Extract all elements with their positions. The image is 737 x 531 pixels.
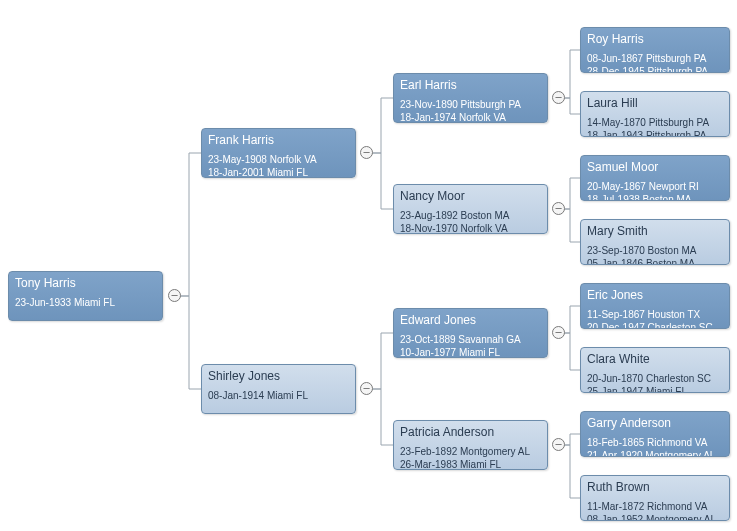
person-birth: 20-May-1867 Newport RI (587, 180, 723, 193)
person-name: Roy Harris (587, 32, 723, 46)
person-birth: 08-Jun-1867 Pittsburgh PA (587, 52, 723, 65)
person-birth: 11-Mar-1872 Richmond VA (587, 500, 723, 513)
person-name: Mary Smith (587, 224, 723, 238)
expand-toggle[interactable] (360, 382, 373, 395)
expand-toggle[interactable] (552, 438, 565, 451)
person-name: Shirley Jones (208, 369, 349, 383)
person-birth: 18-Feb-1865 Richmond VA (587, 436, 723, 449)
person-death: 10-Jan-1977 Miami FL (400, 346, 541, 358)
person-birth: 08-Jan-1914 Miami FL (208, 389, 349, 402)
person-birth: 23-Sep-1870 Boston MA (587, 244, 723, 257)
person-shirley-jones[interactable]: Shirley Jones 08-Jan-1914 Miami FL (201, 364, 356, 414)
person-patricia-anderson[interactable]: Patricia Anderson 23-Feb-1892 Montgomery… (393, 420, 548, 470)
person-death: 18-Nov-1970 Norfolk VA (400, 222, 541, 234)
person-birth: 14-May-1870 Pittsburgh PA (587, 116, 723, 129)
person-death: 18-Jan-1943 Pittsburgh PA (587, 129, 723, 137)
person-death: 20-Dec-1947 Charleston SC (587, 321, 723, 329)
person-name: Garry Anderson (587, 416, 723, 430)
person-clara-white[interactable]: Clara White 20-Jun-1870 Charleston SC 25… (580, 347, 730, 393)
person-death: 18-Jul-1938 Boston MA (587, 193, 723, 201)
person-name: Earl Harris (400, 78, 541, 92)
person-earl-harris[interactable]: Earl Harris 23-Nov-1890 Pittsburgh PA 18… (393, 73, 548, 123)
person-birth: 23-May-1908 Norfolk VA (208, 153, 349, 166)
person-birth: 23-Aug-1892 Boston MA (400, 209, 541, 222)
person-name: Patricia Anderson (400, 425, 541, 439)
person-garry-anderson[interactable]: Garry Anderson 18-Feb-1865 Richmond VA 2… (580, 411, 730, 457)
person-name: Frank Harris (208, 133, 349, 147)
person-death: 05-Jan-1846 Boston MA (587, 257, 723, 265)
person-name: Eric Jones (587, 288, 723, 302)
person-birth: 23-Feb-1892 Montgomery AL (400, 445, 541, 458)
person-eric-jones[interactable]: Eric Jones 11-Sep-1867 Houston TX 20-Dec… (580, 283, 730, 329)
expand-toggle[interactable] (168, 289, 181, 302)
person-name: Nancy Moor (400, 189, 541, 203)
person-death: 18-Jan-2001 Miami FL (208, 166, 349, 178)
expand-toggle[interactable] (552, 202, 565, 215)
person-nancy-moor[interactable]: Nancy Moor 23-Aug-1892 Boston MA 18-Nov-… (393, 184, 548, 234)
person-edward-jones[interactable]: Edward Jones 23-Oct-1889 Savannah GA 10-… (393, 308, 548, 358)
person-birth: 11-Sep-1867 Houston TX (587, 308, 723, 321)
person-roy-harris[interactable]: Roy Harris 08-Jun-1867 Pittsburgh PA 28-… (580, 27, 730, 73)
person-mary-smith[interactable]: Mary Smith 23-Sep-1870 Boston MA 05-Jan-… (580, 219, 730, 265)
person-death: 26-Mar-1983 Miami FL (400, 458, 541, 470)
person-name: Ruth Brown (587, 480, 723, 494)
person-death: 18-Jan-1974 Norfolk VA (400, 111, 541, 123)
person-birth: 23-Jun-1933 Miami FL (15, 296, 156, 309)
person-name: Laura Hill (587, 96, 723, 110)
person-death: 28-Dec-1945 Pittsburgh PA (587, 65, 723, 73)
person-name: Edward Jones (400, 313, 541, 327)
person-laura-hill[interactable]: Laura Hill 14-May-1870 Pittsburgh PA 18-… (580, 91, 730, 137)
person-birth: 23-Nov-1890 Pittsburgh PA (400, 98, 541, 111)
person-birth: 23-Oct-1889 Savannah GA (400, 333, 541, 346)
person-name: Tony Harris (15, 276, 156, 290)
expand-toggle[interactable] (552, 326, 565, 339)
person-ruth-brown[interactable]: Ruth Brown 11-Mar-1872 Richmond VA 08-Ja… (580, 475, 730, 521)
person-frank-harris[interactable]: Frank Harris 23-May-1908 Norfolk VA 18-J… (201, 128, 356, 178)
person-name: Clara White (587, 352, 723, 366)
expand-toggle[interactable] (552, 91, 565, 104)
person-death: 21-Apr-1920 Montgomery AL (587, 449, 723, 457)
person-name: Samuel Moor (587, 160, 723, 174)
person-tony-harris[interactable]: Tony Harris 23-Jun-1933 Miami FL (8, 271, 163, 321)
person-death: 08-Jan-1952 Montgomery AL (587, 513, 723, 521)
person-samuel-moor[interactable]: Samuel Moor 20-May-1867 Newport RI 18-Ju… (580, 155, 730, 201)
person-death: 25-Jan-1947 Miami FL (587, 385, 723, 393)
expand-toggle[interactable] (360, 146, 373, 159)
person-birth: 20-Jun-1870 Charleston SC (587, 372, 723, 385)
